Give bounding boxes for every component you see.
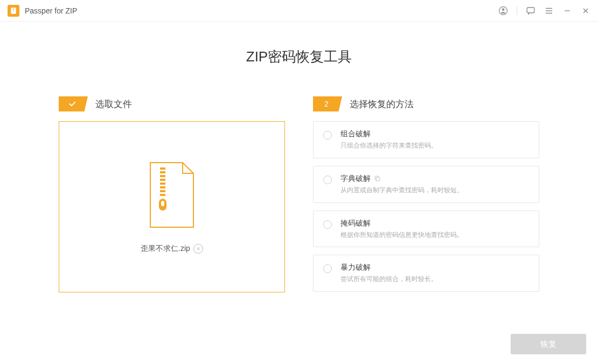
method-desc: 尝试所有可能的组合，耗时较长。 bbox=[340, 275, 529, 284]
step1-badge bbox=[59, 96, 88, 111]
method-list: 组合破解 只组合你选择的字符来查找密码。 字典破解 从内置或自制字典中查找密码，… bbox=[313, 121, 539, 292]
file-dropzone[interactable]: 歪果不求仁.zip bbox=[59, 121, 285, 292]
method-desc: 从内置或自制字典中查找密码，耗时较短。 bbox=[340, 186, 529, 195]
method-title-text: 组合破解 bbox=[340, 129, 371, 139]
zip-file-icon bbox=[145, 160, 199, 232]
method-option-combination[interactable]: 组合破解 只组合你选择的字符来查找密码。 bbox=[313, 121, 539, 158]
radio-icon bbox=[323, 131, 332, 139]
method-option-mask[interactable]: 掩码破解 根据你所知道的密码信息更快地查找密码。 bbox=[313, 211, 539, 248]
svg-rect-16 bbox=[160, 175, 165, 177]
svg-rect-19 bbox=[160, 186, 165, 188]
method-title: 组合破解 bbox=[340, 129, 529, 139]
svg-rect-3 bbox=[13, 9, 13, 10]
method-text: 掩码破解 根据你所知道的密码信息更快地查找密码。 bbox=[340, 219, 529, 240]
radio-icon bbox=[323, 220, 332, 229]
method-text: 组合破解 只组合你选择的字符来查找密码。 bbox=[340, 129, 529, 150]
svg-point-6 bbox=[502, 8, 505, 11]
method-text: 暴力破解 尝试所有可能的组合，耗时较长。 bbox=[340, 263, 529, 284]
svg-rect-14 bbox=[160, 167, 165, 170]
svg-rect-21 bbox=[160, 194, 165, 196]
svg-rect-1 bbox=[13, 8, 13, 9]
svg-rect-4 bbox=[13, 10, 14, 10]
titlebar: Passper for ZIP bbox=[0, 0, 598, 22]
svg-rect-7 bbox=[527, 8, 534, 13]
step2-label: 选择恢复的方法 bbox=[350, 98, 414, 110]
account-icon[interactable] bbox=[498, 6, 508, 16]
feedback-icon[interactable] bbox=[526, 6, 536, 16]
minimize-icon[interactable] bbox=[562, 6, 572, 16]
svg-rect-20 bbox=[160, 190, 165, 192]
main-content: 选取文件 歪果不求仁. bbox=[0, 96, 598, 292]
menu-icon[interactable] bbox=[544, 6, 554, 16]
app-title: Passper for ZIP bbox=[25, 6, 498, 15]
step1-panel: 选取文件 歪果不求仁. bbox=[59, 96, 285, 292]
step2-header: 2 选择恢复的方法 bbox=[313, 96, 539, 111]
step2-panel: 2 选择恢复的方法 组合破解 只组合你选择的字符来查找密码。 字典破解 bbox=[313, 96, 539, 292]
svg-rect-2 bbox=[13, 9, 14, 9]
copy-icon bbox=[374, 175, 381, 182]
svg-rect-23 bbox=[161, 201, 164, 206]
page-heading: ZIP密码恢复工具 bbox=[0, 47, 598, 66]
step1-label: 选取文件 bbox=[95, 98, 132, 110]
method-title: 掩码破解 bbox=[340, 219, 529, 228]
method-title-text: 字典破解 bbox=[340, 174, 371, 184]
app-logo-icon bbox=[8, 5, 19, 17]
method-title: 字典破解 bbox=[340, 174, 529, 184]
close-icon[interactable] bbox=[581, 6, 590, 16]
method-text: 字典破解 从内置或自制字典中查找密码，耗时较短。 bbox=[340, 174, 529, 195]
svg-rect-18 bbox=[160, 183, 165, 185]
radio-icon bbox=[323, 264, 332, 273]
method-option-bruteforce[interactable]: 暴力破解 尝试所有可能的组合，耗时较长。 bbox=[313, 255, 539, 292]
method-option-dictionary[interactable]: 字典破解 从内置或自制字典中查找密码，耗时较短。 bbox=[313, 166, 539, 203]
step1-header: 选取文件 bbox=[59, 96, 285, 111]
check-icon bbox=[59, 96, 88, 111]
selected-file-name: 歪果不求仁.zip bbox=[141, 244, 190, 254]
titlebar-controls bbox=[498, 6, 590, 16]
footer: 恢复 bbox=[511, 334, 586, 354]
method-title-text: 掩码破解 bbox=[340, 219, 371, 228]
svg-rect-26 bbox=[376, 178, 380, 181]
titlebar-divider bbox=[517, 6, 517, 15]
method-title-text: 暴力破解 bbox=[340, 263, 371, 272]
recover-button[interactable]: 恢复 bbox=[511, 334, 586, 354]
method-desc: 根据你所知道的密码信息更快地查找密码。 bbox=[340, 230, 529, 240]
step2-badge-number: 2 bbox=[313, 96, 342, 111]
svg-rect-17 bbox=[160, 179, 165, 181]
selected-file-row: 歪果不求仁.zip bbox=[141, 244, 203, 254]
method-desc: 只组合你选择的字符来查找密码。 bbox=[340, 141, 529, 150]
method-title: 暴力破解 bbox=[340, 263, 529, 272]
step2-badge: 2 bbox=[313, 96, 342, 111]
radio-icon bbox=[323, 176, 332, 184]
clear-file-button[interactable] bbox=[193, 244, 203, 254]
svg-rect-15 bbox=[160, 171, 165, 173]
